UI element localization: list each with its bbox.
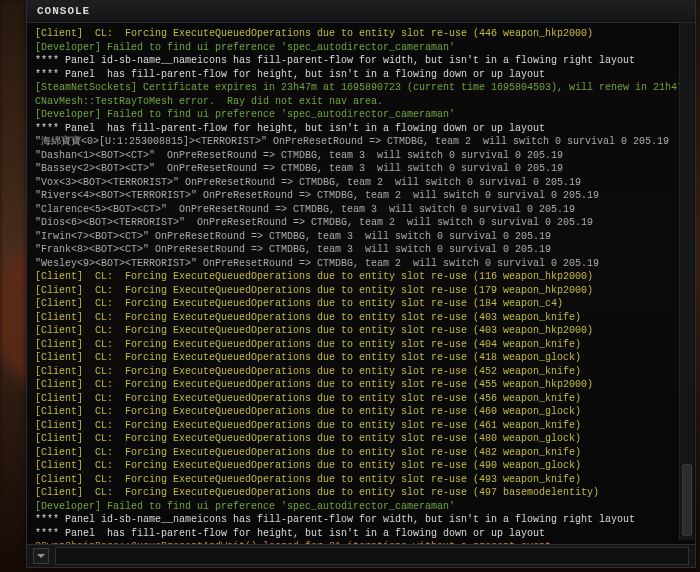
console-log-line: "Dashan<1><BOT><CT>" OnPreResetRound => … bbox=[35, 149, 687, 163]
console-log-line: CNavMesh::TestRayToMesh error. Ray did n… bbox=[35, 95, 687, 109]
console-log-line: "Vox<3><BOT><TERRORIST>" OnPreResetRound… bbox=[35, 176, 687, 190]
console-log-line: [Client] CL: Forcing ExecuteQueuedOperat… bbox=[35, 405, 687, 419]
console-input-bar bbox=[27, 544, 695, 567]
console-log-line: [SteamNetSockets] Certificate expires in… bbox=[35, 81, 687, 95]
console-log-line: [Developer] Failed to find ui preference… bbox=[35, 500, 687, 514]
console-log-line: [Client] CL: Forcing ExecuteQueuedOperat… bbox=[35, 392, 687, 406]
console-log-line: "Clarence<5><BOT><CT>" OnPreResetRound =… bbox=[35, 203, 687, 217]
console-log-line: "Dios<6><BOT><TERRORIST>" OnPreResetRoun… bbox=[35, 216, 687, 230]
console-log-line: "海綿寶寶<0>[U:1:253008815]><TERRORIST>" OnP… bbox=[35, 135, 687, 149]
console-log-line: [Client] CL: Forcing ExecuteQueuedOperat… bbox=[35, 473, 687, 487]
console-log-line: **** Panel id-sb-name__nameicons has fil… bbox=[35, 54, 687, 68]
console-log-line: [Client] CL: Forcing ExecuteQueuedOperat… bbox=[35, 324, 687, 338]
console-log-line: [Client] CL: Forcing ExecuteQueuedOperat… bbox=[35, 351, 687, 365]
console-log-line: [Client] CL: Forcing ExecuteQueuedOperat… bbox=[35, 311, 687, 325]
console-log[interactable]: [Client] CL: Forcing ExecuteQueuedOperat… bbox=[27, 23, 695, 544]
console-title: CONSOLE bbox=[27, 0, 695, 23]
console-log-line: "Frank<8><BOT><CT>" OnPreResetRound => C… bbox=[35, 243, 687, 257]
console-log-line: [Client] CL: Forcing ExecuteQueuedOperat… bbox=[35, 446, 687, 460]
console-log-line: [Developer] Failed to find ui preference… bbox=[35, 108, 687, 122]
console-log-line: [Client] CL: Forcing ExecuteQueuedOperat… bbox=[35, 365, 687, 379]
console-log-line: "Wesley<9><BOT><TERRORIST>" OnPreResetRo… bbox=[35, 257, 687, 271]
console-log-line: **** Panel has fill-parent-flow for heig… bbox=[35, 527, 687, 541]
console-scrollbar[interactable] bbox=[679, 23, 694, 540]
console-log-line: **** Panel id-sb-name__nameicons has fil… bbox=[35, 513, 687, 527]
console-log-line: [Developer] Failed to find ui preference… bbox=[35, 41, 687, 55]
console-log-line: "Bassey<2><BOT><CT>" OnPreResetRound => … bbox=[35, 162, 687, 176]
console-log-line: "Rivers<4><BOT><TERRORIST>" OnPreResetRo… bbox=[35, 189, 687, 203]
console-log-line: [Client] CL: Forcing ExecuteQueuedOperat… bbox=[35, 284, 687, 298]
console-log-line: **** Panel has fill-parent-flow for heig… bbox=[35, 122, 687, 136]
console-log-line: [Client] CL: Forcing ExecuteQueuedOperat… bbox=[35, 297, 687, 311]
console-log-line: [Client] CL: Forcing ExecuteQueuedOperat… bbox=[35, 27, 687, 41]
console-log-line: [Client] CL: Forcing ExecuteQueuedOperat… bbox=[35, 432, 687, 446]
console-log-line: [Client] CL: Forcing ExecuteQueuedOperat… bbox=[35, 419, 687, 433]
console-scrollbar-thumb[interactable] bbox=[682, 464, 692, 536]
console-log-line: [Client] CL: Forcing ExecuteQueuedOperat… bbox=[35, 486, 687, 500]
console-log-line: [Client] CL: Forcing ExecuteQueuedOperat… bbox=[35, 459, 687, 473]
console-dropdown-button[interactable] bbox=[33, 548, 49, 564]
console-command-input[interactable] bbox=[55, 547, 689, 565]
developer-console: CONSOLE [Client] CL: Forcing ExecuteQueu… bbox=[26, 0, 696, 568]
console-log-line: [Client] CL: Forcing ExecuteQueuedOperat… bbox=[35, 270, 687, 284]
console-log-line: **** Panel has fill-parent-flow for heig… bbox=[35, 68, 687, 82]
console-log-line: [Client] CL: Forcing ExecuteQueuedOperat… bbox=[35, 378, 687, 392]
console-log-line: "Irwin<7><BOT><CT>" OnPreResetRound => C… bbox=[35, 230, 687, 244]
console-log-line: [Client] CL: Forcing ExecuteQueuedOperat… bbox=[35, 338, 687, 352]
